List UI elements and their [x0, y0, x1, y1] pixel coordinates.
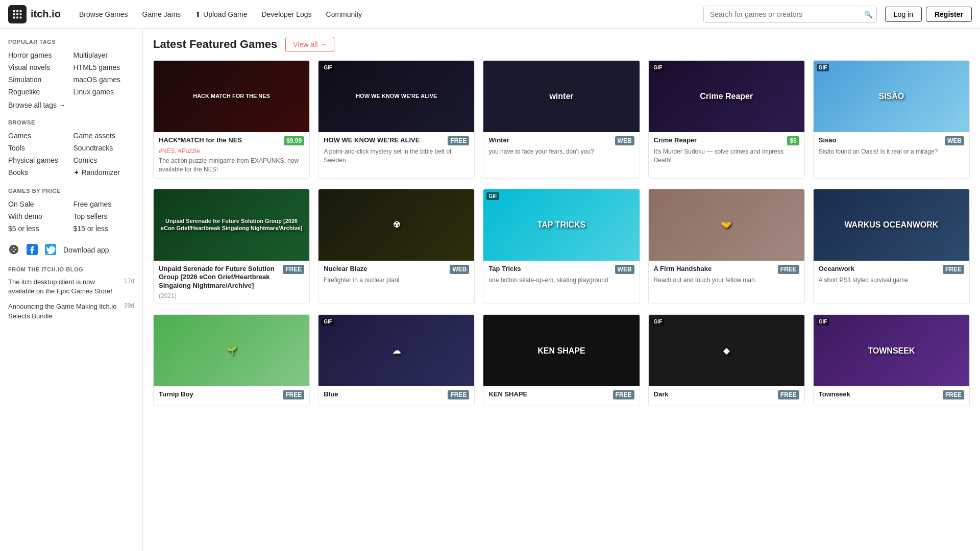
logo-text: itch.io [31, 8, 61, 20]
game-price-howWeKnow: FREE [448, 136, 469, 145]
blog-title: FROM THE ITCH.IO BLOG [8, 266, 134, 272]
section-title: Latest Featured Games [153, 38, 277, 51]
tag-multiplayer[interactable]: Multiplayer [74, 50, 135, 60]
browse-comics[interactable]: Comics [74, 155, 135, 165]
auth-buttons: Log in Register [885, 7, 972, 22]
game-card-oceanwork[interactable]: WARKUS OCEANWORKOceanworkFREEA short PS1… [813, 189, 970, 305]
nav-community[interactable]: Community [320, 7, 369, 21]
browse-all-tags-link[interactable]: Browse all tags → [8, 101, 134, 109]
blog-item-0-text: The itch desktop client is now available… [8, 278, 120, 296]
tag-roguelike[interactable]: Roguelike [8, 87, 69, 97]
twitter-icon[interactable] [45, 244, 57, 256]
game-price-crimeReaper: $5 [787, 136, 799, 145]
browse-game-assets[interactable]: Game assets [74, 131, 135, 141]
logo[interactable]: itch.io [8, 5, 61, 23]
tag-linux[interactable]: Linux games [74, 87, 135, 97]
game-name-unpaid: Unpaid Serenade for Future Solution Grou… [159, 265, 280, 291]
nav-browse-games[interactable]: Browse Games [73, 7, 134, 21]
game-desc-hackMatch: The action puzzle minigame from EXAPUNKS… [159, 157, 304, 174]
game-name-sisao: Sisão [819, 136, 942, 145]
tag-simulation[interactable]: Simulation [8, 74, 69, 85]
game-price-winter: WEB [615, 136, 634, 145]
game-card-crimeReaper[interactable]: GIFCrime ReaperCrime Reaper$5It's Murder… [648, 60, 805, 179]
facebook-icon[interactable] [27, 244, 39, 256]
game-info-townseek: TownseekFREE [814, 386, 969, 406]
game-name-blue: Blue [324, 390, 445, 399]
gif-badge-sisao: GIF [817, 64, 829, 71]
nav-dev-logs[interactable]: Developer Logs [255, 7, 317, 21]
game-name-winter: Winter [488, 136, 611, 145]
popular-tags-title: POPULAR TAGS [8, 39, 134, 45]
browse-randomizer[interactable]: ✦ Randomizer [74, 167, 135, 178]
thumb-text-townseek: TOWNSEEK [864, 342, 919, 360]
price-with-demo[interactable]: With demo [8, 211, 69, 221]
nav-game-jams[interactable]: Game Jams [136, 7, 187, 21]
game-price-firmHandshake: FREE [778, 265, 799, 274]
price-5-less[interactable]: $5 or less [8, 223, 69, 234]
blog-item-0[interactable]: The itch desktop client is now available… [8, 278, 134, 296]
game-name-tapTricks: Tap Tricks [488, 265, 611, 273]
game-title-row-townseek: TownseekFREE [819, 390, 964, 399]
game-title-row-turnipBoy: Turnip BoyFREE [159, 390, 304, 399]
game-price-turnipBoy: FREE [283, 390, 304, 399]
browse-tools[interactable]: Tools [8, 143, 69, 153]
game-title-row-howWeKnow: HOW WE KNOW WE'RE ALIVEFREE [324, 136, 469, 145]
game-price-oceanwork: FREE [943, 265, 964, 274]
tag-html5[interactable]: HTML5 games [74, 62, 135, 72]
game-card-kenShape[interactable]: KEN SHAPEKEN SHAPEFREE [483, 314, 640, 406]
game-card-unpaid[interactable]: Unpaid Serenade for Future Solution Grou… [153, 189, 310, 305]
game-card-townseek[interactable]: GIFTOWNSEEKTownseekFREE [813, 314, 970, 406]
game-name-townseek: Townseek [819, 390, 940, 399]
game-tags-hackMatch: #NES, #Puzzle [159, 147, 304, 155]
search-button[interactable]: 🔍 [864, 10, 873, 18]
game-price-nuclearBlaze: WEB [450, 265, 469, 274]
game-info-kenShape: KEN SHAPEFREE [483, 386, 639, 406]
tag-visual-novels[interactable]: Visual novels [8, 62, 69, 72]
game-info-firmHandshake: A Firm HandshakeFREEReach out and touch … [649, 261, 804, 289]
game-name-howWeKnow: HOW WE KNOW WE'RE ALIVE [324, 136, 445, 145]
game-card-sisao[interactable]: GIFSISÃOSisãoWEBSisão found an Oasis! Is… [813, 60, 970, 179]
game-title-row-sisao: SisãoWEB [819, 136, 964, 145]
price-free-games[interactable]: Free games [74, 199, 135, 209]
download-app-link[interactable]: Download app [63, 246, 109, 254]
nav-upload-game[interactable]: ⬆ Upload Game [189, 7, 253, 21]
svg-rect-1 [16, 10, 18, 12]
games-row-2: Unpaid Serenade for Future Solution Grou… [153, 189, 970, 305]
svg-rect-4 [16, 13, 18, 15]
game-card-tapTricks[interactable]: GIFTAP TRICKSTap TricksWEBone button ska… [483, 189, 640, 305]
reddit-icon[interactable] [8, 244, 20, 256]
game-card-firmHandshake[interactable]: 🤝A Firm HandshakeFREEReach out and touch… [648, 189, 805, 305]
game-price-townseek: FREE [943, 390, 964, 399]
login-button[interactable]: Log in [885, 7, 922, 22]
game-thumb-howWeKnow: GIFHOW WE KNOW WE'RE ALIVE [318, 61, 474, 132]
browse-physical[interactable]: Physical games [8, 155, 69, 165]
price-on-sale[interactable]: On Sale [8, 199, 69, 209]
thumb-text-sisao: SISÃO [875, 87, 909, 105]
tag-macos[interactable]: macOS games [74, 74, 135, 85]
game-card-turnipBoy[interactable]: 🌱Turnip BoyFREE [153, 314, 310, 406]
game-desc-oceanwork: A short PS1 styled survival game [819, 276, 964, 285]
register-button[interactable]: Register [926, 7, 972, 22]
search-input[interactable] [703, 6, 877, 23]
browse-title: BROWSE [8, 119, 134, 126]
blog-item-1[interactable]: Announcing the Game Making itch.io Selec… [8, 302, 134, 320]
game-card-howWeKnow[interactable]: GIFHOW WE KNOW WE'RE ALIVEHOW WE KNOW WE… [318, 60, 475, 179]
browse-games[interactable]: Games [8, 131, 69, 141]
game-card-hackMatch[interactable]: HACK MATCH FOR THE NESHACK*MATCH for the… [153, 60, 310, 179]
browse-books[interactable]: Books [8, 167, 69, 178]
game-name-dark: Dark [654, 390, 775, 399]
game-card-dark[interactable]: GIF◆DarkFREE [648, 314, 805, 406]
game-card-blue[interactable]: GIF☁BlueFREE [318, 314, 475, 406]
browse-soundtracks[interactable]: Soundtracks [74, 143, 135, 153]
logo-icon [8, 5, 27, 23]
price-top-sellers[interactable]: Top sellers [74, 211, 135, 221]
game-card-winter[interactable]: winterWinterWEByou have to face your fea… [483, 60, 640, 179]
view-all-button[interactable]: View all → [285, 37, 334, 52]
game-info-dark: DarkFREE [649, 386, 804, 406]
blog-item-0-date: 17d [124, 278, 134, 285]
svg-point-9 [9, 245, 18, 254]
price-15-less[interactable]: $15 or less [74, 223, 135, 234]
game-card-nuclearBlaze[interactable]: ☢Nuclear BlazeWEBFirefighter in a nuclea… [318, 189, 475, 305]
game-name-firmHandshake: A Firm Handshake [654, 265, 775, 273]
tag-horror[interactable]: Horror games [8, 50, 69, 60]
